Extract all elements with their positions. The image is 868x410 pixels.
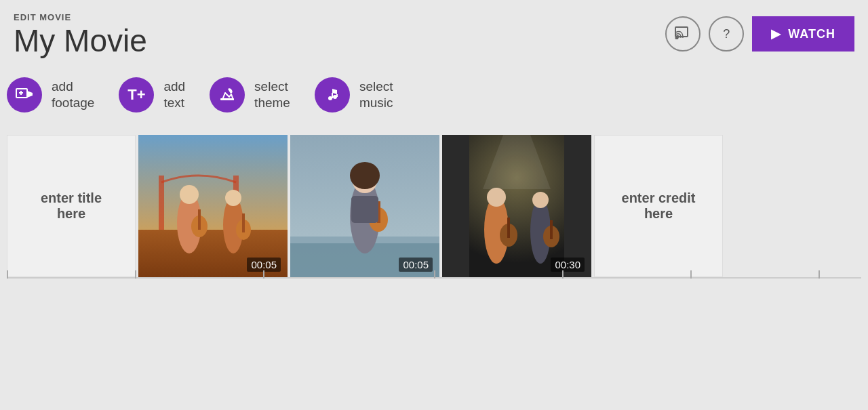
watch-label: WATCH bbox=[788, 27, 835, 41]
help-button[interactable]: ? bbox=[709, 16, 744, 52]
svg-marker-3 bbox=[27, 91, 33, 98]
clip-thumb-3 bbox=[442, 135, 591, 277]
track-tick bbox=[7, 270, 8, 279]
select-theme-icon bbox=[210, 77, 245, 112]
svg-point-28 bbox=[350, 162, 380, 189]
title-clip[interactable]: enter titlehere bbox=[7, 135, 136, 277]
svg-rect-6 bbox=[220, 98, 234, 100]
add-footage-label: addfootage bbox=[52, 79, 94, 111]
svg-rect-13 bbox=[159, 176, 164, 230]
track-tick bbox=[135, 270, 136, 279]
track-tick bbox=[434, 270, 435, 279]
svg-rect-22 bbox=[242, 213, 245, 232]
header-left: EDIT MOVIE My Movie bbox=[14, 12, 147, 58]
edit-movie-label: EDIT MOVIE bbox=[14, 12, 147, 22]
add-footage-item[interactable]: addfootage bbox=[7, 77, 94, 112]
svg-point-41 bbox=[532, 192, 549, 208]
clip-thumb-2 bbox=[290, 135, 439, 277]
track-tick bbox=[263, 270, 264, 279]
select-music-item[interactable]: selectmusic bbox=[315, 77, 393, 112]
svg-rect-34 bbox=[442, 135, 469, 277]
svg-point-20 bbox=[225, 190, 241, 206]
video-clip-1[interactable]: 00:05 bbox=[138, 135, 288, 277]
add-text-item[interactable]: T+ addtext bbox=[119, 77, 185, 112]
svg-rect-31 bbox=[351, 196, 378, 223]
svg-rect-43 bbox=[550, 220, 553, 239]
svg-point-1 bbox=[676, 37, 678, 39]
timeline: enter titlehere bbox=[0, 125, 868, 287]
cast-button[interactable] bbox=[665, 16, 701, 52]
svg-point-16 bbox=[180, 185, 199, 204]
credit-placeholder[interactable]: enter credithere bbox=[594, 135, 723, 277]
watch-button[interactable]: ▶ WATCH bbox=[752, 16, 854, 52]
svg-point-37 bbox=[487, 188, 506, 207]
select-theme-label: selecttheme bbox=[254, 79, 290, 111]
movie-title: My Movie bbox=[14, 24, 147, 58]
track-tick bbox=[690, 270, 692, 279]
add-footage-icon bbox=[7, 77, 42, 112]
credit-clip[interactable]: enter credithere bbox=[594, 135, 723, 277]
svg-rect-39 bbox=[507, 218, 510, 238]
title-placeholder-text: enter titlehere bbox=[41, 190, 102, 222]
track-line bbox=[7, 277, 861, 279]
video-clip-2[interactable]: 00:05 bbox=[290, 135, 439, 277]
timeline-track bbox=[0, 268, 868, 287]
watch-play-icon: ▶ bbox=[771, 26, 781, 41]
help-icon: ? bbox=[723, 27, 730, 41]
timeline-inner: enter titlehere bbox=[0, 125, 868, 287]
clip-thumb-1 bbox=[138, 135, 288, 277]
credit-placeholder-text: enter credithere bbox=[622, 190, 696, 222]
svg-rect-35 bbox=[564, 135, 591, 277]
track-tick bbox=[818, 270, 820, 279]
track-tick bbox=[562, 270, 564, 279]
svg-rect-18 bbox=[198, 209, 201, 230]
add-text-label: addtext bbox=[163, 79, 185, 111]
video-clip-3[interactable]: 00:30 bbox=[442, 135, 591, 277]
toolbar: addfootage T+ addtext selecttheme bbox=[0, 65, 868, 125]
header: EDIT MOVIE My Movie ? ▶ WATCH bbox=[0, 0, 868, 65]
title-placeholder[interactable]: enter titlehere bbox=[7, 135, 136, 277]
select-theme-item[interactable]: selecttheme bbox=[210, 77, 290, 112]
header-right: ? ▶ WATCH bbox=[665, 16, 854, 52]
cast-icon bbox=[675, 26, 691, 43]
add-text-icon: T+ bbox=[119, 77, 154, 112]
select-music-icon bbox=[315, 77, 350, 112]
select-music-label: selectmusic bbox=[359, 79, 393, 111]
